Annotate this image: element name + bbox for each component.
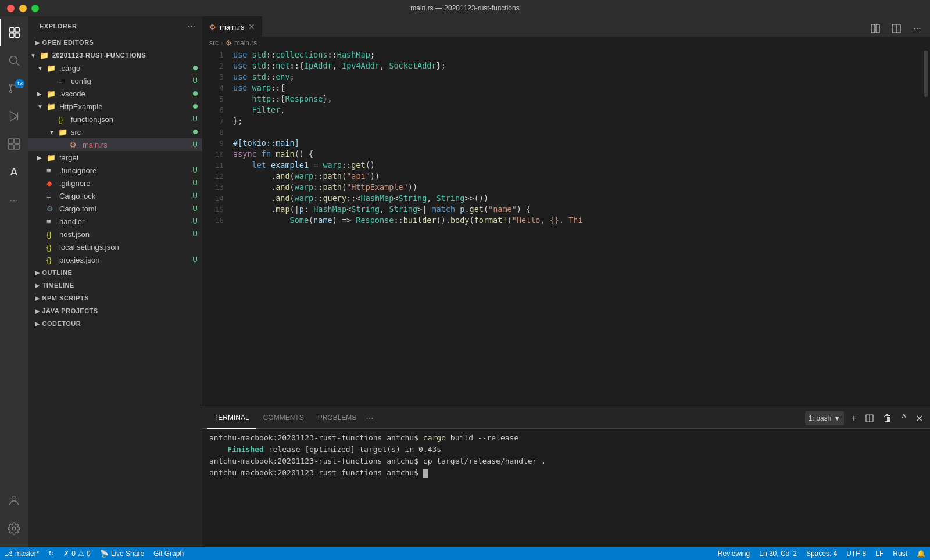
sidebar-more-icon[interactable]: ··· xyxy=(188,21,195,31)
reviewing-text: Reviewing xyxy=(718,550,750,558)
activity-run[interactable] xyxy=(0,102,28,130)
status-live-share[interactable]: 📡 Live Share xyxy=(95,547,149,560)
svg-point-6 xyxy=(10,84,12,87)
maximize-terminal-button[interactable]: ^ xyxy=(899,412,908,425)
terminal-line-2: Finished release [optimized] target(s) i… xyxy=(209,444,923,455)
file-host-json[interactable]: {} host.json U xyxy=(28,228,202,240)
project-name: 20201123-rust-functions xyxy=(52,52,198,59)
warning-icon: ⚠ xyxy=(78,550,84,558)
terminal-tabs: TERMINAL COMMENTS PROBLEMS ··· 1: bash ▼… xyxy=(202,408,930,429)
activity-explorer[interactable] xyxy=(0,19,28,46)
status-sync[interactable]: ↻ xyxy=(44,547,59,560)
terminal-body[interactable]: antchu-macbook:20201123-rust-functions a… xyxy=(202,429,930,547)
project-arrow: ▼ xyxy=(30,52,40,59)
tab-comments[interactable]: COMMENTS xyxy=(256,408,311,429)
status-reviewing[interactable]: Reviewing xyxy=(713,547,754,560)
svg-rect-18 xyxy=(876,24,879,33)
cargo-toml-icon: ⚙ xyxy=(46,204,57,213)
status-git-graph[interactable]: Git Graph xyxy=(149,547,188,560)
terminal-shell-select[interactable]: 1: bash ▼ xyxy=(805,411,844,425)
terminal-more-icon[interactable]: ··· xyxy=(366,413,373,423)
activity-source-control[interactable]: 13 xyxy=(0,74,28,102)
activity-settings[interactable] xyxy=(0,515,28,543)
activity-account[interactable] xyxy=(0,487,28,515)
activity-appsmith[interactable]: A xyxy=(0,158,28,186)
folder-src[interactable]: ▼ 📁 src xyxy=(28,125,202,138)
sidebar: Explorer ··· ▶ Open Editors ▼ 📁 20201123… xyxy=(28,16,202,547)
tab-terminal[interactable]: TERMINAL xyxy=(207,408,256,429)
section-outline[interactable]: ▶ OUTLINE xyxy=(28,266,202,279)
file-function-json[interactable]: {} function.json U xyxy=(28,113,202,125)
folder-httpexample[interactable]: ▼ 📁 HttpExample xyxy=(28,100,202,113)
app-body: 13 A ··· Explorer ··· ▶ Open Editors xyxy=(0,16,930,547)
section-open-editors[interactable]: ▶ Open Editors xyxy=(28,36,202,49)
status-spaces[interactable]: Spaces: 4 xyxy=(802,547,842,560)
project-root[interactable]: ▼ 📁 20201123-rust-functions xyxy=(28,49,202,62)
handler-icon: ≡ xyxy=(46,217,57,226)
status-notifications[interactable]: 🔔 xyxy=(912,547,930,560)
svg-marker-9 xyxy=(10,112,18,121)
language-text: Rust xyxy=(893,550,907,558)
editor-scrollbar[interactable] xyxy=(922,49,930,408)
maximize-button[interactable] xyxy=(31,5,39,12)
file-main-rs[interactable]: ⚙ main.rs U xyxy=(28,138,202,151)
split-editor-right-icon[interactable] xyxy=(888,20,904,37)
terminal-line-1: antchu-macbook:20201123-rust-functions a… xyxy=(209,432,923,444)
file-local-settings-json[interactable]: {} local.settings.json xyxy=(28,240,202,253)
local-settings-icon: {} xyxy=(46,243,57,252)
section-npm-scripts[interactable]: ▶ NPM SCRIPTS xyxy=(28,292,202,304)
live-share-text: Live Share xyxy=(111,550,144,558)
window-controls[interactable] xyxy=(7,5,39,12)
section-codetour[interactable]: ▶ CODETOUR xyxy=(28,317,202,330)
close-button[interactable] xyxy=(7,5,15,12)
terminal-line-3: antchu-macbook:20201123-rust-functions a… xyxy=(209,455,923,467)
close-terminal-button[interactable]: ✕ xyxy=(913,412,925,425)
folder-vscode[interactable]: ▶ 📁 .vscode xyxy=(28,87,202,100)
main-rs-icon: ⚙ xyxy=(70,141,80,149)
split-terminal-button[interactable] xyxy=(863,413,876,423)
activity-more[interactable]: ··· xyxy=(0,186,28,214)
file-config[interactable]: ≡ config U xyxy=(28,74,202,87)
activity-extensions[interactable] xyxy=(0,130,28,158)
file-gitignore[interactable]: ◆ .gitignore U xyxy=(28,177,202,189)
status-line-ending[interactable]: LF xyxy=(871,547,888,560)
breadcrumb-src[interactable]: src xyxy=(209,39,219,47)
status-encoding[interactable]: UTF-8 xyxy=(842,547,871,560)
status-cursor-position[interactable]: Ln 30, Col 2 xyxy=(754,547,802,560)
delete-terminal-button[interactable]: 🗑 xyxy=(881,412,895,425)
status-errors[interactable]: ✗ 0 ⚠ 0 xyxy=(59,547,95,560)
file-funcignore[interactable]: ≡ .funcignore U xyxy=(28,164,202,177)
code-editor[interactable]: 12345 678910 1112131415 16 use std::coll… xyxy=(202,49,930,408)
folder-cargo[interactable]: ▼ 📁 .cargo xyxy=(28,62,202,74)
section-java-projects[interactable]: ▶ JAVA PROJECTS xyxy=(28,304,202,317)
tab-bar: ⚙ main.rs ✕ ··· xyxy=(202,16,930,37)
source-control-badge: 13 xyxy=(15,79,24,88)
split-editor-icon[interactable] xyxy=(867,20,884,37)
file-cargo-lock[interactable]: ≡ Cargo.lock U xyxy=(28,189,202,202)
tab-problems[interactable]: PROBLEMS xyxy=(311,408,364,429)
file-proxies-json[interactable]: {} proxies.json U xyxy=(28,253,202,266)
tab-close-button[interactable]: ✕ xyxy=(248,22,255,31)
git-graph-text: Git Graph xyxy=(153,550,184,558)
title-bar: main.rs — 20201123-rust-functions xyxy=(0,0,930,16)
minimize-button[interactable] xyxy=(19,5,27,12)
file-cargo-toml[interactable]: ⚙ Cargo.toml U xyxy=(28,202,202,215)
status-bar-left: ⎇ master* ↻ ✗ 0 ⚠ 0 📡 Live Share Git Gra… xyxy=(0,547,188,560)
svg-rect-14 xyxy=(15,145,19,149)
more-actions-icon[interactable]: ··· xyxy=(909,20,925,37)
activity-search[interactable] xyxy=(0,46,28,74)
status-branch[interactable]: ⎇ master* xyxy=(0,547,44,560)
open-editors-label: Open Editors xyxy=(42,39,94,46)
tab-main-rs[interactable]: ⚙ main.rs ✕ xyxy=(202,16,262,37)
folder-target[interactable]: ▶ 📁 target xyxy=(28,151,202,164)
branch-name: master* xyxy=(15,550,39,558)
status-language[interactable]: Rust xyxy=(888,547,912,560)
warning-count: 0 xyxy=(87,550,91,558)
line-numbers: 12345 678910 1112131415 16 xyxy=(202,49,228,408)
new-terminal-button[interactable]: + xyxy=(849,412,859,425)
codetour-label: CODETOUR xyxy=(42,320,81,327)
section-timeline[interactable]: ▶ TIMELINE xyxy=(28,279,202,292)
file-handler[interactable]: ≡ handler U xyxy=(28,215,202,228)
breadcrumb-file[interactable]: main.rs xyxy=(234,39,257,47)
svg-rect-2 xyxy=(10,33,14,37)
